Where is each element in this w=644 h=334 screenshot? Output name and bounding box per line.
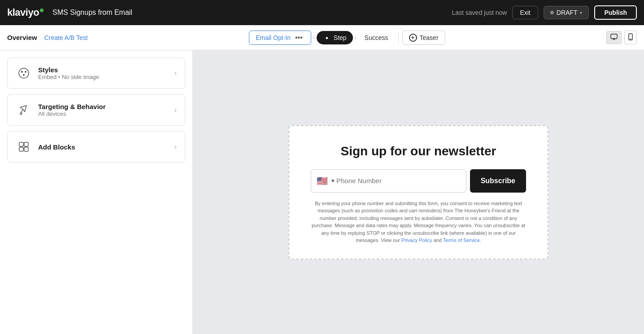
nav-right: Last saved just now Exit DRAFT ▾ Publish <box>452 5 637 20</box>
add-blocks-card[interactable]: Add Blocks › <box>7 131 185 163</box>
draft-status-dot <box>550 11 554 14</box>
exit-button[interactable]: Exit <box>512 6 538 19</box>
view-toggle <box>606 31 637 44</box>
phone-input-wrapper[interactable]: 🇺🇸 ▾ <box>311 169 466 193</box>
targeting-subtitle: All devices <box>38 110 106 117</box>
tab-email-opt-in-label: Email Opt-In <box>256 34 291 41</box>
svg-point-8 <box>25 71 26 73</box>
disclaimer-text: By entering your phone number and submit… <box>311 200 526 244</box>
last-saved-text: Last saved just now <box>452 9 507 16</box>
svg-point-7 <box>21 71 23 73</box>
desktop-icon <box>610 34 618 40</box>
targeting-icon <box>16 102 32 118</box>
svg-rect-0 <box>611 34 617 39</box>
form-card: Sign up for our newsletter 🇺🇸 ▾ Subscrib… <box>288 125 548 259</box>
targeting-card-left: Targeting & Behavior All devices <box>16 102 106 118</box>
styles-subtitle: Embed • No side image <box>38 74 99 80</box>
privacy-policy-link[interactable]: Privacy Policy <box>401 237 432 243</box>
styles-card-left: Styles Embed • No side image <box>16 65 99 81</box>
teaser-plus-icon: + <box>409 34 417 42</box>
disclaimer-main: By entering your phone number and submit… <box>312 201 525 243</box>
targeting-title: Targeting & Behavior <box>38 103 106 110</box>
mobile-view-button[interactable] <box>624 31 637 44</box>
create-ab-test-link[interactable]: Create A/B Test <box>44 34 88 41</box>
terms-of-service-link[interactable]: Terms of Service <box>443 237 480 243</box>
tab-teaser[interactable]: + Teaser <box>402 31 445 45</box>
arrow-separator-1: › <box>313 35 315 41</box>
svg-rect-14 <box>19 147 23 151</box>
tab-success[interactable]: Success <box>358 31 395 44</box>
blocks-icon <box>16 139 32 155</box>
tab-step[interactable]: ● Step <box>317 31 353 44</box>
targeting-card[interactable]: Targeting & Behavior All devices › <box>7 94 185 126</box>
email-opt-in-dots-button[interactable]: ••• <box>293 34 305 42</box>
logo: klaviyo <box>7 7 44 18</box>
tab-step-label: Step <box>334 34 347 41</box>
sidebar: Styles Embed • No side image › Targeting… <box>0 50 193 334</box>
svg-point-9 <box>23 74 25 76</box>
publish-button[interactable]: Publish <box>594 5 637 20</box>
us-flag-icon: 🇺🇸 <box>317 176 328 186</box>
form-title: Sign up for our newsletter <box>311 144 526 158</box>
targeting-chevron-icon: › <box>174 106 177 114</box>
phone-row: 🇺🇸 ▾ Subscribe <box>311 169 526 193</box>
styles-title: Styles <box>38 66 99 74</box>
mobile-icon <box>628 33 633 40</box>
tab-separator <box>398 31 399 44</box>
tab-email-opt-in[interactable]: Email Opt-In ••• <box>249 31 311 45</box>
add-blocks-chevron-icon: › <box>174 143 177 151</box>
step-bullet-icon: ● <box>323 34 331 42</box>
period: . <box>480 237 481 243</box>
subscribe-button[interactable]: Subscribe <box>470 169 526 193</box>
draft-dropdown-arrow: ▾ <box>580 10 582 15</box>
styles-chevron-icon: › <box>174 69 177 77</box>
add-blocks-content: Add Blocks <box>38 143 75 151</box>
svg-point-6 <box>19 68 29 78</box>
add-blocks-title: Add Blocks <box>38 143 75 151</box>
logo-text: klaviyo <box>7 7 39 18</box>
top-navigation: klaviyo SMS Signups from Email Last save… <box>0 0 644 25</box>
palette-icon <box>16 65 32 81</box>
page-title: SMS Signups from Email <box>52 9 132 17</box>
styles-content: Styles Embed • No side image <box>38 66 99 80</box>
add-blocks-card-left: Add Blocks <box>16 139 75 155</box>
svg-line-11 <box>21 109 23 113</box>
tab-success-label: Success <box>365 34 388 41</box>
styles-card[interactable]: Styles Embed • No side image › <box>7 57 185 89</box>
tab-teaser-label: Teaser <box>420 34 439 41</box>
arrow-separator-2: › <box>355 35 357 41</box>
svg-rect-15 <box>24 147 28 151</box>
preview-area: Sign up for our newsletter 🇺🇸 ▾ Subscrib… <box>193 50 644 334</box>
desktop-view-button[interactable] <box>606 31 622 44</box>
and-text: and <box>434 237 442 243</box>
country-dropdown-button[interactable]: ▾ <box>330 177 336 184</box>
targeting-content: Targeting & Behavior All devices <box>38 103 106 117</box>
overview-label: Overview <box>7 34 37 41</box>
svg-rect-13 <box>24 142 28 146</box>
draft-label: DRAFT <box>557 9 578 16</box>
svg-point-10 <box>20 113 22 114</box>
draft-button[interactable]: DRAFT ▾ <box>544 6 589 19</box>
nav-left: klaviyo SMS Signups from Email <box>7 7 132 18</box>
main-layout: Styles Embed • No side image › Targeting… <box>0 50 644 334</box>
step-tabs: Email Opt-In ••• › ● Step › Success + Te… <box>249 31 445 45</box>
phone-number-input[interactable] <box>336 177 461 185</box>
second-nav-left: Overview Create A/B Test <box>7 34 88 41</box>
logo-dot <box>40 9 44 12</box>
svg-rect-12 <box>19 142 23 146</box>
second-navigation: Overview Create A/B Test Email Opt-In ••… <box>0 25 644 50</box>
